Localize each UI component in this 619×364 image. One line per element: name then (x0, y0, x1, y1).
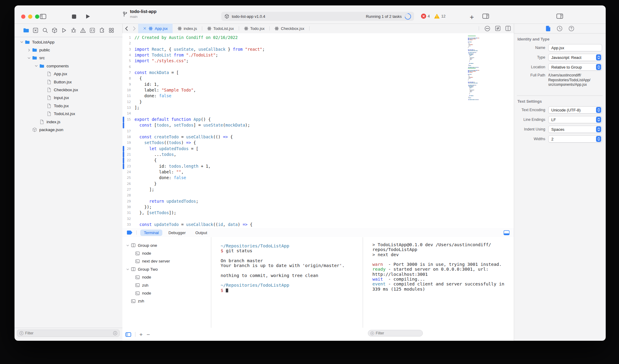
code-editor[interactable]: 1// Created by Austin Condiff on 02/16/2… (122, 33, 514, 228)
extensions-navigator-icon[interactable] (99, 27, 105, 34)
code-line[interactable]: 30 }); (122, 204, 514, 210)
tab-index-js[interactable]: index.js (173, 24, 202, 33)
code-line[interactable]: 12 } (122, 99, 514, 105)
code-line[interactable]: 8 { (122, 76, 514, 81)
tree-item-app-jsx[interactable]: App.jsx (15, 70, 122, 78)
terminal-filter-input[interactable] (374, 331, 420, 335)
dropdown-type[interactable]: Javascript: React (548, 54, 602, 61)
code-line[interactable]: 4import TodoList from "./TodoList"; (122, 52, 514, 58)
code-line[interactable]: 27 ]; (122, 187, 514, 192)
code-line[interactable]: 21 ...todos, (122, 152, 514, 157)
right-panel-toggle-button[interactable] (482, 14, 489, 19)
traffic-light-zoom[interactable] (35, 14, 39, 19)
tree-item-todolist-jsx[interactable]: TodoList.jsx (15, 110, 122, 118)
swap-editor-button[interactable] (495, 26, 501, 31)
tree-item-checkbox-jsx[interactable]: Checkbox.jsx (15, 86, 122, 94)
session-node[interactable]: node (122, 273, 211, 281)
code-line[interactable]: 7const mockData = [ (122, 70, 514, 76)
code-line[interactable]: 9 id: 1, (122, 82, 514, 87)
forward-button[interactable] (130, 24, 138, 33)
tree-item-src[interactable]: src (15, 54, 122, 62)
minimap[interactable] (468, 36, 485, 101)
chevron-down-icon[interactable] (126, 268, 129, 271)
dropdown-line-endings[interactable]: LF (548, 116, 602, 123)
inspector-panel-toggle-button[interactable] (556, 14, 563, 19)
source-control-navigator-icon[interactable] (32, 27, 39, 34)
code-line[interactable]: 25 done: false (122, 175, 514, 181)
dropdown-stepper-icon[interactable] (596, 107, 601, 113)
chevron-down-icon[interactable] (126, 244, 129, 247)
remove-terminal-button[interactable]: − (147, 332, 150, 337)
stop-button[interactable] (72, 14, 76, 19)
tree-item-todolistapp[interactable]: TodoListApp (15, 38, 122, 46)
tree-item-index-js[interactable]: index.js (15, 118, 122, 126)
terminal-filter-field[interactable] (368, 330, 423, 337)
session-group-one[interactable]: Group one (122, 241, 211, 249)
code-line[interactable]: 28 (122, 192, 514, 198)
code-line[interactable]: 22 { (122, 157, 514, 163)
code-line[interactable]: 20 let updatedTodos = [ (122, 146, 514, 152)
code-line[interactable]: 23 id: todos.length + 1, (122, 163, 514, 169)
code-line[interactable]: 24 label: "", (122, 169, 514, 175)
code-line[interactable]: 11 done: false (122, 93, 514, 99)
tree-item-todo-jsx[interactable]: Todo.jsx (15, 102, 122, 110)
chevron-right-icon[interactable] (27, 48, 31, 52)
code-line[interactable]: 33 const updateTodo = useCallback((id, d… (122, 222, 514, 227)
code-line[interactable]: 6 (122, 64, 514, 70)
back-button[interactable] (122, 24, 130, 33)
code-line[interactable]: 1// Created by Austin Condiff on 02/16/2… (122, 35, 514, 40)
navigator-filter-field[interactable] (17, 330, 120, 337)
code-line[interactable]: 15export default function App() { (122, 117, 514, 122)
help-inspector-icon[interactable] (569, 26, 574, 31)
add-filter-icon[interactable] (113, 331, 117, 335)
issues-navigator-icon[interactable] (80, 27, 86, 34)
bug-navigator-icon[interactable] (70, 27, 77, 34)
tree-item-components[interactable]: components (15, 62, 122, 70)
tab-app-jsx[interactable]: App.jsx (138, 24, 173, 33)
code-line[interactable]: 31 }, [setTodos]); (122, 210, 514, 216)
packages-navigator-icon[interactable] (51, 27, 58, 34)
chevron-down-icon[interactable] (34, 64, 38, 68)
dropdown-text-encoding[interactable]: Unicode (UTF-8) (548, 106, 602, 114)
session-zsh[interactable]: zsh (122, 297, 211, 305)
split-editor-button[interactable] (505, 26, 511, 31)
files-navigator-icon[interactable] (23, 27, 29, 34)
activity-status-pill[interactable]: todo-list-app v1.0.4 Running 1 of 2 task… (221, 12, 414, 21)
panel-tab-debugger[interactable]: Debugger (165, 230, 189, 236)
tree-item-package-json[interactable]: package.json (15, 126, 122, 134)
dropdown-stepper-icon[interactable] (596, 64, 601, 70)
text-field-name[interactable]: App.jsx (548, 44, 602, 51)
code-line[interactable]: 14 (122, 111, 514, 116)
left-sidebar-toggle-button[interactable] (40, 14, 46, 19)
code-line[interactable]: const [todos, setTodos] = useState(mockD… (122, 122, 514, 128)
chevron-down-icon[interactable] (20, 40, 24, 44)
session-group-two[interactable]: Group Two (122, 265, 211, 273)
tab-todolist-jsx[interactable]: TodoList.jsx (202, 24, 239, 33)
dropdown-stepper-icon[interactable] (596, 126, 601, 132)
panel-tab-output[interactable]: Output (192, 230, 211, 236)
code-line[interactable]: 29 return updatedTodos; (122, 198, 514, 204)
warning-badge[interactable]: 12 (434, 14, 446, 19)
run-button[interactable] (86, 14, 90, 19)
dropdown-stepper-icon[interactable] (596, 136, 601, 142)
collapse-panel-button[interactable] (504, 230, 510, 235)
dropdown-widths[interactable]: 2 (548, 135, 602, 143)
traffic-light-close[interactable] (21, 14, 25, 19)
dropdown-location[interactable]: Relative to Group (548, 63, 602, 71)
code-line[interactable]: 13]; (122, 105, 514, 111)
traffic-light-minimize[interactable] (28, 14, 32, 19)
code-line[interactable]: 5import "./styles.css"; (122, 58, 514, 64)
code-line[interactable]: 3import React, { useState, useCallback }… (122, 47, 514, 52)
session-next-dev-server[interactable]: next dev server (122, 257, 211, 265)
session-zsh[interactable]: zsh (122, 281, 211, 289)
dropdown-stepper-icon[interactable] (596, 117, 601, 123)
session-node[interactable]: node (122, 249, 211, 257)
dropdown-indent-using[interactable]: Spaces (548, 126, 602, 133)
more-actions-button[interactable] (485, 26, 490, 31)
code-line[interactable]: 26 } (122, 181, 514, 187)
tree-item-input-jsx[interactable]: Input.jsx (15, 94, 122, 102)
terminal-output-left[interactable]: ~/Repositories/TodoListApp$ git statusOn… (216, 237, 368, 328)
navigator-filter-input[interactable] (24, 331, 113, 335)
session-node[interactable]: node (122, 289, 211, 297)
terminal-output-right[interactable]: > TodoListApp@0.1.0 dev /Users/austincon… (368, 237, 514, 328)
